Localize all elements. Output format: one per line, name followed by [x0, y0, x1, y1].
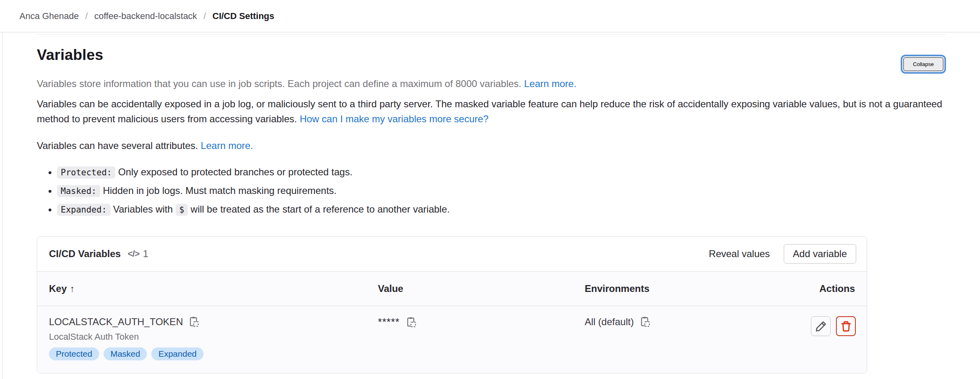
column-header-key[interactable]: Key↑ [37, 272, 378, 306]
column-header-environments: Environments [585, 272, 770, 306]
edit-variable-button[interactable] [811, 316, 831, 336]
expanded-chip: Expanded: [57, 204, 110, 216]
card-header-actions: Reveal values Add variable [703, 244, 856, 264]
copy-icon [188, 316, 199, 328]
masked-description: Hidden in job logs. Must match masking r… [103, 185, 337, 196]
expanded-badge[interactable]: Expanded [151, 347, 204, 360]
attributes-text: Variables can have several attributes. [37, 140, 198, 151]
reveal-values-button[interactable]: Reveal values [703, 245, 776, 263]
actions-cell [770, 306, 867, 373]
dollar-chip: $ [176, 204, 188, 216]
value-cell: ***** [378, 306, 585, 373]
collapse-button[interactable]: Collapse [903, 57, 944, 71]
column-header-value: Value [378, 272, 585, 306]
breadcrumb-separator: / [204, 11, 206, 21]
copy-environment-button[interactable] [639, 316, 651, 328]
copy-icon [405, 317, 417, 328]
expanded-description-before: Variables with [113, 204, 173, 215]
secure-variables-link[interactable]: How can I make my variables more secure? [300, 113, 489, 124]
variable-key: LOCALSTACK_AUTH_TOKEN [49, 316, 183, 328]
attributes-learn-more-link[interactable]: Learn more. [201, 140, 253, 151]
variables-warning-text: Variables can be accidentally exposed in… [37, 96, 943, 126]
breadcrumb-project-link[interactable]: coffee-backend-localstack [94, 11, 197, 21]
list-item-expanded: Expanded: Variables with $ will be treat… [57, 202, 946, 217]
learn-more-link[interactable]: Learn more. [524, 78, 576, 89]
card-header: CI/CD Variables </> 1 Reveal values Add … [37, 236, 867, 271]
environments-cell: All (default) [585, 306, 770, 373]
copy-icon [639, 316, 651, 328]
variables-table: Key↑ Value Environments Actions LOCALSTA… [37, 271, 867, 373]
table-header-row: Key↑ Value Environments Actions [37, 272, 867, 306]
breadcrumb-current-page: CI/CD Settings [212, 11, 274, 21]
variable-description: LocalStack Auth Token [49, 332, 378, 342]
breadcrumb: Anca Ghenade / coffee-backend-localstack… [19, 11, 274, 21]
protected-badge[interactable]: Protected [49, 347, 99, 360]
ci-cd-variables-card: CI/CD Variables </> 1 Reveal values Add … [37, 236, 867, 373]
environment-scope: All (default) [585, 316, 634, 328]
variables-attributes-text: Variables can have several attributes. L… [37, 138, 943, 153]
attributes-list: Protected: Only exposed to protected bra… [37, 164, 946, 217]
variables-section: Variables Collapse Variables store infor… [37, 34, 946, 373]
protected-chip: Protected: [57, 166, 115, 179]
sort-ascending-icon: ↑ [70, 283, 75, 294]
variable-badges: Protected Masked Expanded [49, 347, 378, 360]
table-row: LOCALSTACK_AUTH_TOKEN LocalStack Aut [37, 306, 867, 373]
trash-icon [840, 320, 852, 332]
masked-chip: Masked: [57, 185, 100, 197]
copy-key-button[interactable] [188, 316, 199, 328]
breadcrumb-separator: / [85, 11, 88, 21]
warning-text: Variables can be accidentally exposed in… [37, 98, 942, 124]
breadcrumb-bar: Anca Ghenade / coffee-backend-localstack… [0, 0, 980, 32]
card-title: CI/CD Variables [49, 248, 121, 260]
breadcrumb-group-link[interactable]: Anca Ghenade [19, 11, 79, 21]
list-item-protected: Protected: Only exposed to protected bra… [57, 164, 946, 180]
column-header-actions: Actions [770, 272, 867, 306]
pencil-icon [815, 320, 827, 332]
list-item-masked: Masked: Hidden in job logs. Must match m… [57, 183, 946, 199]
variable-count: 1 [143, 248, 148, 260]
sidebar-edge [2, 0, 2, 379]
masked-badge[interactable]: Masked [104, 347, 147, 360]
variables-section-header: Variables Collapse [37, 47, 946, 71]
variables-intro-text: Variables store information that you can… [37, 76, 946, 91]
settings-content: Variables Collapse Variables store infor… [0, 34, 980, 379]
masked-value: ***** [378, 316, 400, 328]
delete-variable-button[interactable] [836, 316, 856, 336]
code-icon: </> [127, 249, 139, 259]
copy-value-button[interactable] [405, 317, 417, 328]
intro-text: Variables store information that you can… [37, 78, 522, 89]
add-variable-button[interactable]: Add variable [784, 244, 856, 264]
page-title: Variables [37, 47, 103, 64]
protected-description: Only exposed to protected branches or pr… [118, 166, 352, 177]
expanded-description-after: will be treated as the start of a refere… [191, 204, 450, 215]
key-cell: LOCALSTACK_AUTH_TOKEN LocalStack Aut [37, 306, 378, 373]
